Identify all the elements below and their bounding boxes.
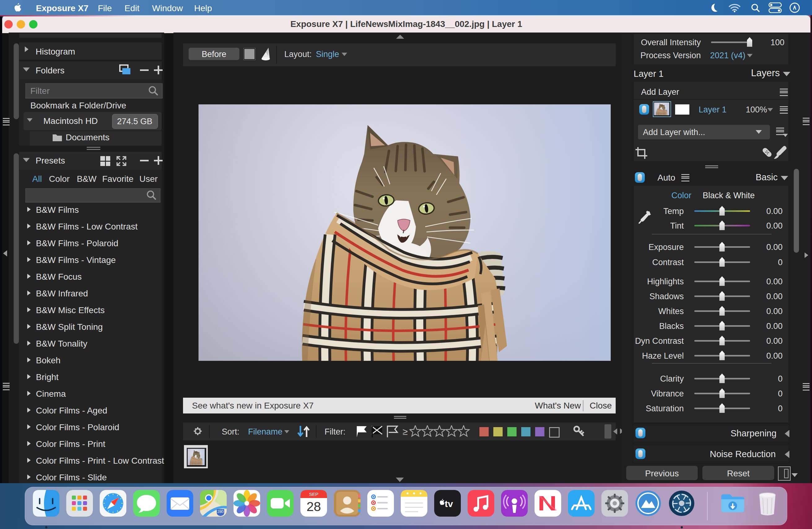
svg-text:28: 28 xyxy=(307,499,321,514)
svg-text:tv: tv xyxy=(445,499,453,509)
svg-text:280: 280 xyxy=(217,510,223,514)
svg-text:SEP: SEP xyxy=(309,491,318,497)
